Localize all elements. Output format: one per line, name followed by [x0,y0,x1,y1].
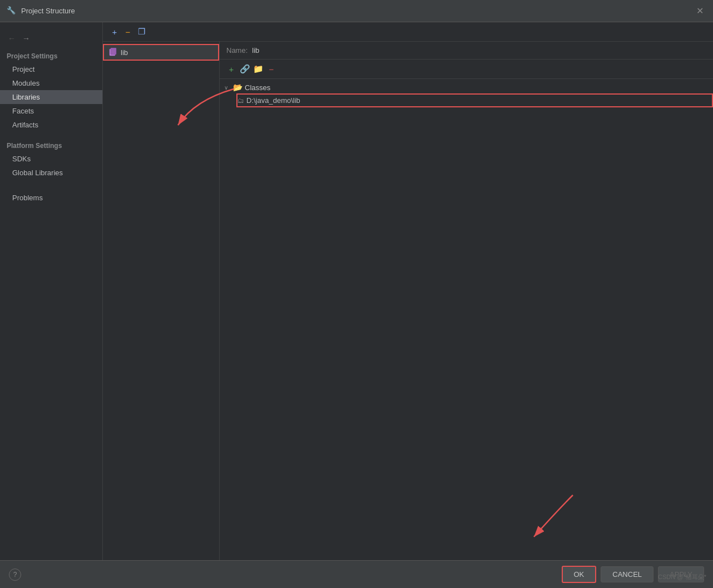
sidebar-item-project[interactable]: Project [0,62,102,76]
detail-link-button[interactable]: 🔗 [239,63,251,75]
copy-lib-button[interactable]: ❐ [135,26,147,38]
detail-remove-button[interactable]: − [265,63,278,75]
classes-label: Classes [245,83,270,92]
help-button[interactable]: ? [9,569,21,581]
footer: ? OK CANCEL APPLY [0,560,713,588]
cancel-button[interactable]: CANCEL [601,566,653,582]
svg-rect-1 [111,48,116,55]
detail-toolbar: + 🔗 📁 − [220,60,713,79]
platform-settings-title: Platform Settings [0,137,102,152]
content-area: + − ❐ lib Name: lib [103,22,713,560]
forward-button[interactable]: → [20,32,32,45]
lib-toolbar: + − ❐ [103,22,713,42]
watermark: CSDN @*猪耳朵* [658,573,706,581]
tree-child-path: D:\java_demo\lib [246,96,300,105]
sidebar: ← → Project Settings Project Modules Lib… [0,22,103,560]
nav-arrows: ← → [0,28,102,48]
window-title: Project Structure [21,7,75,15]
sidebar-item-problems[interactable]: Problems [0,191,102,205]
ok-button[interactable]: OK [562,566,597,583]
tree-child-area: 🗂 D:\java_demo\lib [220,93,713,107]
sidebar-item-libraries[interactable]: Libraries [0,90,102,104]
name-value: lib [252,46,259,55]
close-button[interactable]: ✕ [693,4,706,18]
tree-area: ∨ 📂 Classes 🗂 D:\java_demo\lib [220,79,713,560]
lib-detail-panel: Name: lib + 🔗 📁 − ∨ 📂 Classes [220,42,713,560]
sidebar-item-facets[interactable]: Facets [0,104,102,118]
sidebar-item-sdks[interactable]: SDKs [0,152,102,166]
detail-add-button[interactable]: + [225,63,237,75]
tree-classes-row[interactable]: ∨ 📂 Classes [220,81,713,93]
lib-item-icon [108,48,117,57]
sidebar-item-global-libraries[interactable]: Global Libraries [0,166,102,180]
sidebar-item-artifacts[interactable]: Artifacts [0,118,102,132]
lib-list-panel: lib [103,42,220,560]
footer-left: ? [9,569,21,581]
title-bar: 🔧 Project Structure ✕ [0,0,713,22]
app-icon: 🔧 [7,6,17,16]
tree-child-path-item[interactable]: 🗂 D:\java_demo\lib [236,93,713,107]
folder-icon: 📂 [233,83,242,92]
tree-chevron-icon: ∨ [224,85,231,91]
name-bar: Name: lib [220,42,713,60]
sidebar-item-modules[interactable]: Modules [0,76,102,90]
project-settings-title: Project Settings [0,48,102,62]
title-bar-left: 🔧 Project Structure [7,6,75,16]
add-lib-button[interactable]: + [108,26,121,38]
jar-icon: 🗂 [237,97,244,105]
name-label: Name: [226,46,247,55]
main-layout: ← → Project Settings Project Modules Lib… [0,22,713,560]
back-button[interactable]: ← [6,32,18,45]
lib-item-text: lib [121,48,128,57]
remove-lib-button[interactable]: − [122,26,134,38]
detail-folder-button[interactable]: 📁 [252,63,264,75]
split-content: lib Name: lib + 🔗 📁 − [103,42,713,560]
lib-list-item[interactable]: lib [103,44,219,61]
